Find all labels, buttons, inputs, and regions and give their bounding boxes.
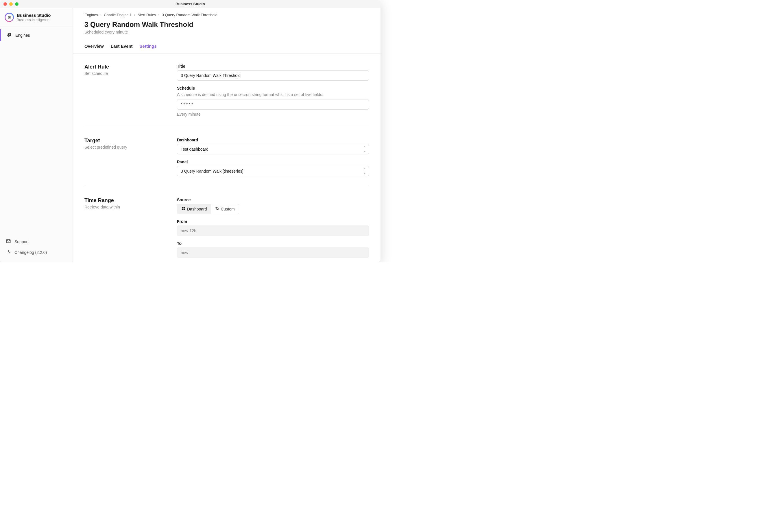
chevron-right-icon: › — [158, 13, 159, 17]
page-header: 3 Query Random Walk Threshold Scheduled … — [73, 17, 381, 39]
to-input — [177, 247, 369, 258]
title-input[interactable] — [177, 70, 369, 81]
from-input — [177, 226, 369, 236]
svg-rect-12 — [182, 209, 183, 210]
maximize-window-button[interactable] — [15, 2, 19, 6]
main-content: Engines › Charlie Engine 1 › Alert Rules… — [73, 8, 381, 262]
section-target: Target Select predefined query Dashboard… — [84, 127, 369, 187]
section-title: Time Range — [84, 197, 171, 204]
sparkle-icon — [6, 249, 11, 255]
section-time-range: Time Range Retrieve data within Source — [84, 187, 369, 262]
chevron-right-icon: › — [100, 13, 101, 17]
sidebar-header: BI Business Studio Business Intelligence — [0, 8, 73, 27]
sidebar-footer: Support Changelog (2.2.0) — [0, 234, 73, 262]
sidebar: BI Business Studio Business Intelligence — [0, 8, 73, 262]
panel-select[interactable]: 3 Query Random Walk [timeseries] — [177, 166, 369, 176]
tab-overview[interactable]: Overview — [84, 44, 104, 53]
svg-rect-13 — [184, 209, 185, 210]
app-tagline: Business Intelligence — [17, 18, 51, 22]
tab-settings[interactable]: Settings — [140, 44, 157, 53]
section-alert-rule: Alert Rule Set schedule Title Schedule A… — [84, 53, 369, 127]
svg-rect-10 — [182, 207, 183, 208]
section-title: Target — [84, 138, 171, 144]
footer-item-label: Changelog (2.2.0) — [14, 250, 47, 255]
dashboard-label: Dashboard — [177, 138, 369, 142]
section-desc: Retrieve data within — [84, 205, 171, 209]
schedule-label: Schedule — [177, 86, 369, 90]
changelog-link[interactable]: Changelog (2.2.0) — [0, 247, 73, 258]
page-title: 3 Query Random Walk Threshold — [84, 21, 369, 29]
breadcrumb-alert-rules[interactable]: Alert Rules — [138, 13, 156, 17]
svg-rect-1 — [9, 34, 10, 36]
section-desc: Set schedule — [84, 71, 171, 76]
nav-item-engines[interactable]: Engines — [0, 29, 73, 41]
tabs: Overview Last Event Settings — [73, 39, 381, 53]
mail-icon — [6, 239, 11, 245]
close-window-button[interactable] — [3, 2, 7, 6]
gear-icon — [215, 206, 219, 211]
source-label: Source — [177, 197, 369, 202]
schedule-help: A schedule is defined using the unix-cro… — [177, 92, 369, 97]
breadcrumb-current: 3 Query Random Walk Threshold — [162, 13, 217, 17]
panel-label: Panel — [177, 160, 369, 164]
svg-rect-0 — [8, 34, 11, 36]
dashboard-select[interactable]: Test dashboard — [177, 144, 369, 154]
app-name: Business Studio — [17, 13, 51, 18]
section-desc: Select predefined query — [84, 145, 171, 149]
to-label: To — [177, 241, 369, 246]
title-label: Title — [177, 64, 369, 69]
source-toggle-group: Dashboard Custom — [177, 204, 239, 214]
schedule-hint: Every minute — [177, 112, 369, 117]
nav-item-label: Engines — [15, 33, 30, 38]
titlebar: Business Studio — [0, 0, 381, 8]
tab-last-event[interactable]: Last Event — [111, 44, 133, 53]
minimize-window-button[interactable] — [9, 2, 13, 6]
support-link[interactable]: Support — [0, 236, 73, 247]
grid-icon — [181, 206, 185, 211]
page-subtitle: Scheduled every minute — [84, 30, 369, 34]
breadcrumb-engines[interactable]: Engines — [84, 13, 98, 17]
schedule-input[interactable] — [177, 99, 369, 110]
app-logo: BI — [5, 13, 14, 22]
cpu-icon — [7, 32, 12, 38]
from-label: From — [177, 219, 369, 224]
footer-item-label: Support — [14, 239, 29, 244]
source-custom-button[interactable]: Custom — [211, 204, 239, 214]
window-title: Business Studio — [176, 2, 205, 6]
svg-rect-11 — [184, 207, 185, 208]
sidebar-nav: Engines — [0, 27, 73, 234]
breadcrumb-engine[interactable]: Charlie Engine 1 — [104, 13, 132, 17]
section-title: Alert Rule — [84, 64, 171, 70]
breadcrumb: Engines › Charlie Engine 1 › Alert Rules… — [73, 8, 381, 17]
source-dashboard-button[interactable]: Dashboard — [177, 204, 211, 214]
chevron-right-icon: › — [134, 13, 135, 17]
